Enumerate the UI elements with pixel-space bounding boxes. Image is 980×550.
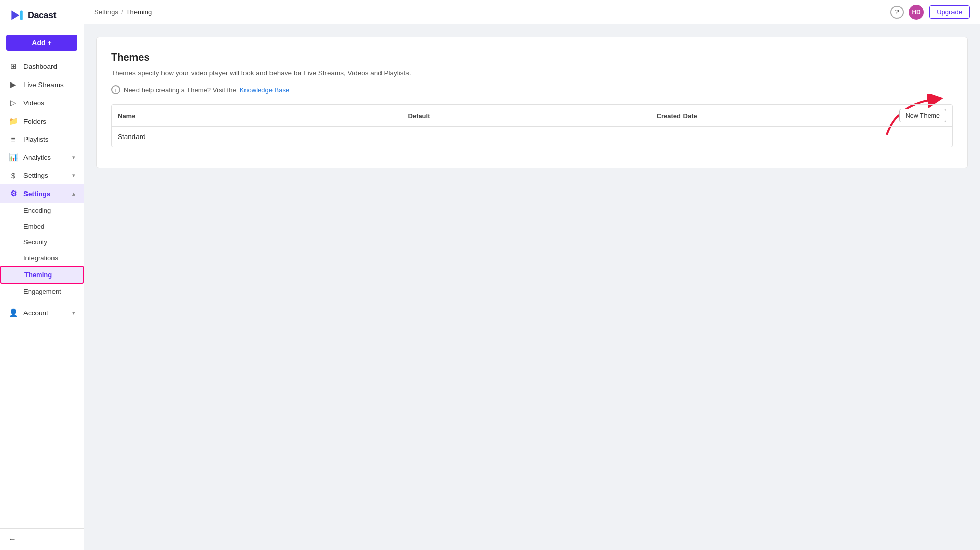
sidebar: Dacast Add + ⊞ Dashboard ▶ Live Streams … xyxy=(0,0,84,550)
embed-label: Embed xyxy=(23,223,44,230)
sidebar-item-analytics[interactable]: 📊 Analytics ▾ xyxy=(0,148,84,167)
sidebar-item-dashboard[interactable]: ⊞ Dashboard xyxy=(0,57,84,75)
table-row: Standard xyxy=(112,127,952,147)
sidebar-item-integrations[interactable]: Integrations xyxy=(0,250,84,266)
sidebar-label-videos: Videos xyxy=(23,99,75,107)
add-button[interactable]: Add + xyxy=(6,35,77,51)
logo: Dacast xyxy=(0,0,84,31)
sidebar-item-theming[interactable]: Theming xyxy=(0,266,84,284)
table-header: Name Default Created Date New Theme xyxy=(112,105,952,127)
sidebar-item-paywall[interactable]: $ Settings ▾ xyxy=(0,167,84,184)
dacast-logo-icon xyxy=(8,7,24,23)
security-label: Security xyxy=(23,238,47,246)
sidebar-collapse[interactable]: ← xyxy=(0,528,84,550)
new-theme-button[interactable]: New Theme xyxy=(899,109,946,122)
info-text: Need help creating a Theme? Visit the xyxy=(124,86,236,94)
sidebar-item-encoding[interactable]: Encoding xyxy=(0,203,84,218)
sidebar-label-dashboard: Dashboard xyxy=(23,63,75,70)
encoding-label: Encoding xyxy=(23,207,51,214)
breadcrumb-current: Theming xyxy=(126,8,152,16)
integrations-label: Integrations xyxy=(23,254,58,262)
breadcrumb: Settings / Theming xyxy=(94,8,152,16)
content-area: Themes Themes specify how your video pla… xyxy=(84,24,980,550)
help-button[interactable]: ? xyxy=(890,6,904,19)
upgrade-button[interactable]: Upgrade xyxy=(929,5,970,19)
settings-chevron: ▴ xyxy=(72,190,75,197)
page-title: Themes xyxy=(111,51,953,63)
grid-icon: ⊞ xyxy=(8,62,18,71)
person-icon: 👤 xyxy=(8,308,18,317)
col-header-default: Default xyxy=(407,112,656,120)
sidebar-item-live-streams[interactable]: ▶ Live Streams xyxy=(0,75,84,94)
sidebar-item-folders[interactable]: 📁 Folders xyxy=(0,112,84,130)
svg-rect-1 xyxy=(20,10,23,20)
breadcrumb-root: Settings xyxy=(94,8,118,16)
sidebar-label-live-streams: Live Streams xyxy=(23,81,75,89)
col-header-name: Name xyxy=(118,112,407,120)
topbar: Settings / Theming ? HD Upgrade xyxy=(84,0,980,24)
breadcrumb-sep: / xyxy=(121,8,123,16)
sidebar-label-account: Account xyxy=(23,309,72,317)
paywall-chevron: ▾ xyxy=(72,172,75,179)
folder-icon: 📁 xyxy=(8,117,18,126)
table-container: Name Default Created Date New Theme Stan… xyxy=(111,104,953,147)
avatar-initials: HD xyxy=(912,9,920,16)
sidebar-item-playlists[interactable]: ≡ Playlists xyxy=(0,130,84,148)
play-icon: ▷ xyxy=(8,98,18,107)
sidebar-item-account[interactable]: 👤 Account ▾ xyxy=(0,304,84,322)
sidebar-item-videos[interactable]: ▷ Videos xyxy=(0,94,84,112)
sidebar-item-embed[interactable]: Embed xyxy=(0,218,84,234)
analytics-chevron: ▾ xyxy=(72,154,75,161)
theming-label: Theming xyxy=(24,271,52,279)
main-area: Settings / Theming ? HD Upgrade Themes T… xyxy=(84,0,980,550)
info-line: i Need help creating a Theme? Visit the … xyxy=(111,85,953,94)
bar-chart-icon: 📊 xyxy=(8,153,18,162)
cell-name-standard: Standard xyxy=(118,133,407,141)
page-description: Themes specify how your video player wil… xyxy=(111,69,953,77)
dollar-icon: $ xyxy=(8,171,18,180)
sidebar-item-security[interactable]: Security xyxy=(0,234,84,250)
sidebar-label-folders: Folders xyxy=(23,118,75,125)
logo-text: Dacast xyxy=(28,10,56,21)
kb-link[interactable]: Knowledge Base xyxy=(240,86,290,94)
themes-card: Themes Themes specify how your video pla… xyxy=(96,37,968,168)
sidebar-label-settings: Settings xyxy=(23,190,72,198)
video-icon: ▶ xyxy=(8,80,18,89)
sidebar-label-paywall: Settings xyxy=(23,172,72,179)
themes-table-wrapper: Name Default Created Date New Theme Stan… xyxy=(111,104,953,147)
info-icon: i xyxy=(111,85,120,94)
sidebar-label-playlists: Playlists xyxy=(23,135,75,143)
account-chevron: ▾ xyxy=(72,310,75,316)
sidebar-label-analytics: Analytics xyxy=(23,154,72,161)
new-theme-action: New Theme xyxy=(863,109,946,122)
col-header-date: Created Date xyxy=(657,112,864,120)
collapse-icon: ← xyxy=(8,535,16,544)
gear-icon: ⚙ xyxy=(8,189,18,198)
engagement-label: Engagement xyxy=(23,288,61,295)
sidebar-item-engagement[interactable]: Engagement xyxy=(0,284,84,299)
svg-marker-0 xyxy=(11,10,19,20)
list-icon: ≡ xyxy=(8,135,18,144)
topbar-right: ? HD Upgrade xyxy=(890,5,970,20)
help-icon: ? xyxy=(895,8,899,16)
user-avatar[interactable]: HD xyxy=(909,5,924,20)
sidebar-item-settings[interactable]: ⚙ Settings ▴ xyxy=(0,184,84,203)
